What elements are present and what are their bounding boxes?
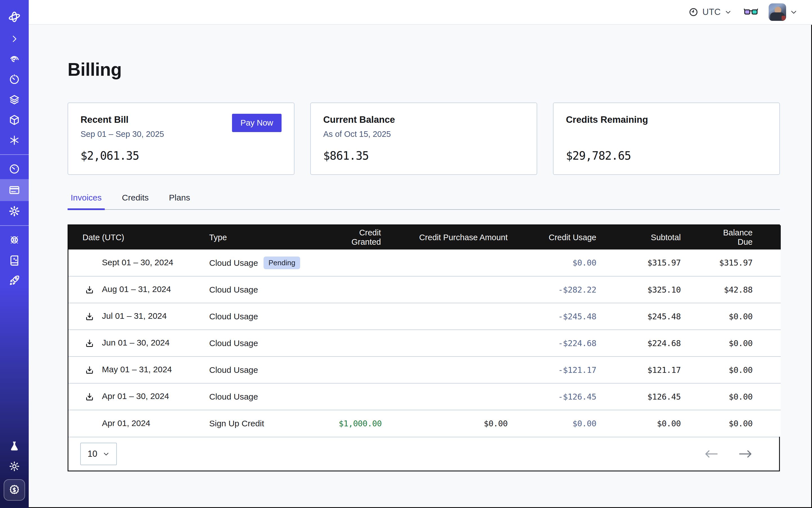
sidebar-item-expand[interactable] xyxy=(0,29,29,49)
chevron-right-icon xyxy=(9,34,19,44)
sidebar-item-pricing[interactable] xyxy=(4,479,25,501)
page-size-select[interactable]: 10 xyxy=(80,443,117,465)
credit-usage-value: $0.00 xyxy=(536,410,625,437)
invoice-period: Jul 01 – 31, 2024 xyxy=(102,311,167,321)
tab-plans[interactable]: Plans xyxy=(166,193,193,209)
sidebar-item-theme-toggle[interactable] xyxy=(0,456,29,476)
credit-purchase-value xyxy=(409,276,536,303)
timezone-label: UTC xyxy=(702,7,721,17)
invoice-period: Jun 01 – 30, 2024 xyxy=(102,338,170,347)
credits-remaining-card: Credits Remaining $29,782.65 xyxy=(553,102,780,175)
pagination-controls xyxy=(705,449,752,459)
column-header-subtotal: Subtotal xyxy=(625,225,709,250)
invoice-period: Sept 01 – 30, 2024 xyxy=(102,258,173,267)
subtotal-value: $315.97 xyxy=(625,250,709,276)
credit-usage-value: -$126.45 xyxy=(536,383,625,410)
invoice-row: May 01 – 31, 2024 Cloud Usage -$121.17 $… xyxy=(69,356,781,383)
invoice-period-cell: Aug 01 – 31, 2024 xyxy=(69,276,209,303)
current-balance-amount: $861.35 xyxy=(323,149,524,162)
tab-invoices[interactable]: Invoices xyxy=(68,193,105,209)
reader-mode-button[interactable] xyxy=(744,8,758,16)
sidebar-item-insights[interactable] xyxy=(0,49,29,69)
asterisk-icon xyxy=(9,135,20,146)
subtotal-value: $121.17 xyxy=(625,356,709,383)
download-invoice-button[interactable] xyxy=(85,312,94,322)
sidebar-item-packages[interactable] xyxy=(0,110,29,130)
invoice-type: Sign Up Credit xyxy=(209,419,264,428)
sidebar-item-docs[interactable] xyxy=(0,250,29,270)
pay-now-button[interactable]: Pay Now xyxy=(232,114,282,132)
sidebar-item-functions[interactable] xyxy=(0,130,29,151)
sidebar-item-getting-started[interactable] xyxy=(0,270,29,291)
invoices-table: Date (UTC) Type Credit Granted Credit Pu… xyxy=(68,224,780,471)
download-icon xyxy=(85,366,94,375)
user-avatar xyxy=(769,3,786,21)
billing-page: Billing Recent Bill Sep 01 – Sep 30, 202… xyxy=(29,25,812,508)
sidebar-item-billing[interactable] xyxy=(0,179,29,201)
sidebar-item-usage[interactable] xyxy=(0,159,29,179)
credit-granted-value xyxy=(339,250,409,276)
clock-icon xyxy=(688,7,698,17)
download-icon xyxy=(85,339,94,348)
subtotal-value: $126.45 xyxy=(625,383,709,410)
credit-purchase-value xyxy=(409,250,536,276)
balance-due-value: $0.00 xyxy=(709,330,781,356)
main-area: UTC xyxy=(29,0,812,508)
invoice-type-cell: Sign Up Credit xyxy=(209,410,339,437)
gear-icon xyxy=(8,205,20,217)
invoice-type: Cloud Usage xyxy=(209,312,258,321)
current-balance-card: Current Balance As of Oct 15, 2025 $861.… xyxy=(310,102,537,175)
topbar: UTC xyxy=(29,0,812,25)
subtotal-value: $224.68 xyxy=(625,330,709,356)
previous-page-button[interactable] xyxy=(705,449,718,459)
invoice-period-cell: Jun 01 – 30, 2024 xyxy=(69,330,209,356)
invoice-row: Aug 01 – 31, 2024 Cloud Usage -$282.22 $… xyxy=(69,276,781,303)
download-invoice-button[interactable] xyxy=(85,366,94,375)
column-header-date: Date (UTC) xyxy=(69,225,209,250)
tab-credits[interactable]: Credits xyxy=(119,193,152,209)
sidebar-item-history[interactable] xyxy=(0,69,29,90)
product-logo[interactable] xyxy=(0,5,29,29)
avatar-accent xyxy=(781,16,785,20)
sun-icon xyxy=(8,460,20,472)
account-menu[interactable] xyxy=(769,3,797,21)
card-title: Credits Remaining xyxy=(566,114,767,125)
page-title: Billing xyxy=(68,59,780,80)
sidebar-divider xyxy=(0,225,29,226)
credit-granted-value: $1,000.00 xyxy=(339,410,409,437)
chevron-down-icon xyxy=(725,9,731,15)
sidebar-item-settings[interactable] xyxy=(0,201,29,221)
sidebar-item-labs[interactable] xyxy=(0,436,29,456)
column-header-balance-due: Balance Due xyxy=(709,225,781,250)
invoice-period: Apr 01, 2024 xyxy=(102,418,151,428)
download-invoice-button[interactable] xyxy=(85,392,94,402)
credit-usage-value: -$224.68 xyxy=(536,330,625,356)
invoices-table-header: Date (UTC) Type Credit Granted Credit Pu… xyxy=(69,225,781,250)
credit-granted-value xyxy=(339,356,409,383)
subtotal-value: $325.10 xyxy=(625,276,709,303)
balance-due-value: $0.00 xyxy=(709,356,781,383)
invoice-period-cell: Apr 01, 2024 xyxy=(69,410,209,437)
credit-card-icon xyxy=(8,184,20,196)
download-invoice-button[interactable] xyxy=(85,339,94,348)
glasses-icon xyxy=(744,8,758,16)
next-page-button[interactable] xyxy=(738,449,752,459)
sidebar-item-layers[interactable] xyxy=(0,90,29,110)
invoice-row: Apr 01 – 30, 2024 Cloud Usage -$126.45 $… xyxy=(69,383,781,410)
app-window: UTC xyxy=(0,0,812,508)
balance-due-value: $315.97 xyxy=(709,250,781,276)
download-invoice-button[interactable] xyxy=(85,285,94,295)
invoice-row: Jun 01 – 30, 2024 Cloud Usage -$224.68 $… xyxy=(69,330,781,356)
invoice-type: Cloud Usage xyxy=(209,285,258,294)
card-title: Current Balance xyxy=(323,114,524,125)
column-header-credit-granted: Credit Granted xyxy=(339,225,409,250)
sidebar-item-community[interactable] xyxy=(0,230,29,250)
credit-usage-value: -$121.17 xyxy=(536,356,625,383)
column-header-credit-purchase-amount: Credit Purchase Amount xyxy=(409,225,536,250)
recent-bill-card: Recent Bill Sep 01 – Sep 30, 2025 $2,061… xyxy=(68,102,295,175)
column-header-credit-usage: Credit Usage xyxy=(536,225,625,250)
timezone-selector[interactable]: UTC xyxy=(688,7,731,17)
invoice-type: Cloud Usage xyxy=(209,392,258,401)
gauge-icon xyxy=(8,163,20,175)
credits-remaining-amount: $29,782.65 xyxy=(566,149,767,162)
